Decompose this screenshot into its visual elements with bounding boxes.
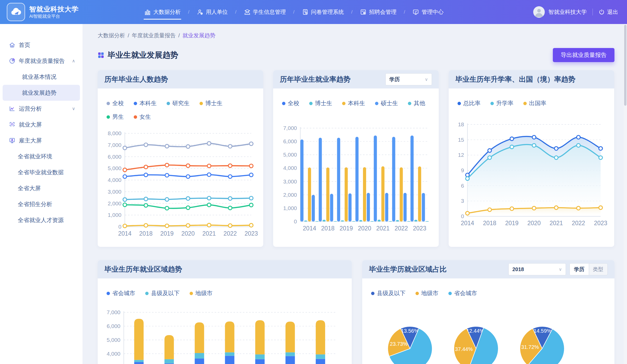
sidebar-item-全省就业人才资源[interactable]: 全省就业人才资源 xyxy=(0,212,83,228)
legend-dot xyxy=(448,292,452,295)
nav-item-label: 问卷管理系统 xyxy=(311,8,344,16)
nav-item-questionnaire[interactable]: 问卷管理系统 xyxy=(300,0,345,24)
legend-item-女生[interactable]: 女生 xyxy=(134,113,151,121)
legend-dot xyxy=(134,102,137,105)
nav-item-employer[interactable]: 用人单位 xyxy=(195,0,229,24)
legend-item-省会城市[interactable]: 省会城市 xyxy=(107,289,135,297)
card-body: 全校本科生研究生博士生男生女生 01,0002,0003,0004,0005,0… xyxy=(98,99,263,241)
toggle-degree-button[interactable]: 学历 xyxy=(570,264,589,275)
svg-text:0: 0 xyxy=(461,213,464,219)
card-body: 县级及以下地级市省会城市 13.56%23.73%12.44%37.44%14.… xyxy=(362,289,614,364)
sidebar-item-就业大屏[interactable]: 就业大屏 xyxy=(0,117,83,133)
degree-select[interactable]: 学历 ∨ xyxy=(385,73,432,85)
sidebar-item-全省招生分析[interactable]: 全省招生分析 xyxy=(0,196,83,212)
sidebar-item-首页[interactable]: 首页 xyxy=(0,37,83,53)
school-name: 智就业科技大学 xyxy=(29,5,79,14)
legend-item-升学率[interactable]: 升学率 xyxy=(490,99,513,107)
sidebar-item-就业发展趋势[interactable]: 就业发展趋势 xyxy=(3,85,80,101)
svg-text:1,000: 1,000 xyxy=(283,205,297,211)
sidebar-item-运营分析[interactable]: 运营分析∨ xyxy=(0,101,83,117)
legend-label: 全校 xyxy=(288,99,299,107)
sidebar-item-全省毕业就业数据[interactable]: 全省毕业就业数据 xyxy=(0,164,83,180)
legend-label: 研究生 xyxy=(172,99,190,107)
legend-dot xyxy=(490,102,494,105)
select-value: 学历 xyxy=(389,76,400,83)
nav-item-student[interactable]: 学生信息管理 xyxy=(242,0,288,24)
svg-text:2020: 2020 xyxy=(181,230,195,237)
sidebar-item-label: 全省就业环境 xyxy=(18,153,52,160)
legend-item-博士生[interactable]: 博士生 xyxy=(200,99,222,107)
chart-title: 毕业生历年升学率、出国（境）率趋势 xyxy=(455,75,575,84)
legend-label: 县级及以下 xyxy=(151,289,180,297)
svg-text:6,000: 6,000 xyxy=(283,138,297,144)
legend-item-县级及以下[interactable]: 县级及以下 xyxy=(145,289,180,297)
app-page: 智就业科技大学 AI智能就业平台 大数据分析/用人单位/学生信息管理/问卷管理系… xyxy=(0,0,627,364)
page-title-row: 毕业生就业发展趋势 导出就业质量报告 xyxy=(98,48,614,62)
legend-item-县级及以下[interactable]: 县级及以下 xyxy=(371,289,406,297)
chevron-down-icon: ∨ xyxy=(425,77,428,82)
legend-item-全校[interactable]: 全校 xyxy=(107,99,124,107)
svg-text:2023: 2023 xyxy=(413,225,426,232)
svg-text:18: 18 xyxy=(458,121,464,127)
legend-row: 男生女生 xyxy=(107,113,258,121)
legend-dot xyxy=(107,115,110,119)
nav-item-bar-chart[interactable]: 大数据分析 xyxy=(143,0,182,24)
breadcrumb-item[interactable]: 年度就业质量报告 xyxy=(132,32,176,39)
chart-legend: 县级及以下地级市省会城市 xyxy=(367,289,609,297)
legend-label: 硕士生 xyxy=(381,99,398,107)
legend-item-其他[interactable]: 其他 xyxy=(408,99,425,107)
legend-dot xyxy=(107,292,110,295)
legend-label: 地级市 xyxy=(421,289,438,297)
sidebar-item-年度就业质量报告[interactable]: 年度就业质量报告∧ xyxy=(0,53,83,69)
sidebar-item-雇主大屏[interactable]: 雇主大屏 xyxy=(0,133,83,148)
chevron-up-icon: ∧ xyxy=(72,58,75,64)
toggle-type-button[interactable]: 类型 xyxy=(589,264,607,275)
select-value: 2018 xyxy=(512,266,524,272)
legend-item-本科生[interactable]: 本科生 xyxy=(342,99,365,107)
logout-label: 退出 xyxy=(607,8,618,16)
legend-item-总比率[interactable]: 总比率 xyxy=(458,99,480,107)
employer-screen-icon xyxy=(9,137,15,144)
nav-item-admin[interactable]: 管理中心 xyxy=(411,0,445,24)
svg-text:23.73%: 23.73% xyxy=(390,341,408,347)
page-scrollbar[interactable] xyxy=(624,24,627,364)
legend-label: 总比率 xyxy=(463,99,480,107)
legend-item-省会城市[interactable]: 省会城市 xyxy=(448,289,477,297)
legend-dot xyxy=(415,292,419,295)
legend-item-博士生[interactable]: 博士生 xyxy=(309,99,332,107)
avatar[interactable] xyxy=(533,6,545,18)
legend-item-出国率[interactable]: 出国率 xyxy=(523,99,546,107)
year-select[interactable]: 2018 ∨ xyxy=(508,263,566,275)
svg-text:5,000: 5,000 xyxy=(107,337,120,343)
sidebar-item-全省就业环境[interactable]: 全省就业环境 xyxy=(0,148,83,164)
legend-item-研究生[interactable]: 研究生 xyxy=(167,99,190,107)
svg-text:5,000: 5,000 xyxy=(283,152,297,158)
legend-item-男生[interactable]: 男生 xyxy=(107,113,124,121)
card-header-controls: 2018 ∨ 学历 类型 xyxy=(508,263,608,275)
top-header: 智就业科技大学 AI智能就业平台 大数据分析/用人单位/学生信息管理/问卷管理系… xyxy=(0,0,627,24)
export-report-button[interactable]: 导出就业质量报告 xyxy=(553,48,614,62)
sidebar-item-label: 运营分析 xyxy=(19,105,42,113)
chart-legend: 总比率升学率出国率 xyxy=(454,99,609,107)
scrollbar-thumb[interactable] xyxy=(624,25,626,106)
legend-item-全校[interactable]: 全校 xyxy=(282,99,299,107)
nav-separator: / xyxy=(351,9,353,15)
logout-button[interactable]: 退出 xyxy=(599,8,618,16)
legend-item-本科生[interactable]: 本科生 xyxy=(134,99,157,107)
nav-item-job-fair[interactable]: 招聘会管理 xyxy=(358,0,398,24)
svg-text:2018: 2018 xyxy=(483,220,496,226)
breadcrumb-item[interactable]: 大数据分析 xyxy=(98,32,125,39)
legend-label: 博士生 xyxy=(205,99,222,107)
graduates-count-line-chart: 01,0002,0003,0004,0005,0006,0007,0008,00… xyxy=(103,127,258,241)
legend-item-硕士生[interactable]: 硕士生 xyxy=(375,99,398,107)
legend-item-地级市[interactable]: 地级市 xyxy=(415,289,438,297)
svg-text:2020: 2020 xyxy=(358,225,371,232)
sidebar-item-全省大屏[interactable]: 全省大屏 xyxy=(0,180,83,196)
avatar-person-icon xyxy=(533,6,545,18)
nav-separator: / xyxy=(188,9,189,15)
legend-label: 省会城市 xyxy=(112,289,135,297)
legend-label: 本科生 xyxy=(348,99,365,107)
svg-text:4,000: 4,000 xyxy=(107,351,120,357)
sidebar-item-就业基本情况[interactable]: 就业基本情况 xyxy=(0,69,83,85)
legend-item-地级市[interactable]: 地级市 xyxy=(190,289,213,297)
